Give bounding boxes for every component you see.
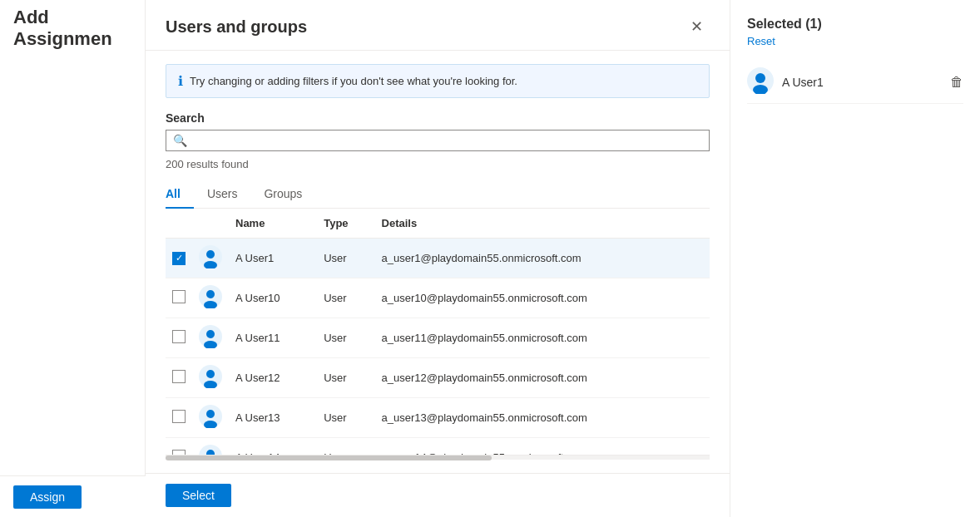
row-checkbox[interactable] <box>172 290 186 303</box>
col-avatar <box>192 209 229 239</box>
filter-tabs: All Users Groups <box>166 180 710 209</box>
user-type: User <box>317 398 374 438</box>
svg-point-7 <box>206 330 215 338</box>
col-header-type: Type <box>317 209 374 239</box>
user-details: a_user14@playdomain55.onmicrosoft.com <box>375 438 710 455</box>
user-avatar <box>199 325 222 351</box>
user-avatar <box>199 405 222 431</box>
user-avatar <box>199 365 222 391</box>
row-checkbox[interactable] <box>172 410 186 423</box>
table-row[interactable]: A User10Usera_user10@playdomain55.onmicr… <box>166 278 710 318</box>
user-details: a_user11@playdomain55.onmicrosoft.com <box>375 318 710 358</box>
row-checkbox[interactable] <box>172 370 186 383</box>
selected-user-avatar <box>747 67 774 96</box>
table-row[interactable]: A User12Usera_user12@playdomain55.onmicr… <box>166 358 710 398</box>
table-row[interactable]: A User13Usera_user13@playdomain55.onmicr… <box>166 398 710 438</box>
users-groups-modal: Users and groups ✕ ℹ Try changing or add… <box>146 0 980 517</box>
col-header-details: Details <box>375 209 710 239</box>
user-details: a_user10@playdomain55.onmicrosoft.com <box>375 278 710 318</box>
user-type: User <box>317 278 374 318</box>
info-icon: ℹ <box>178 73 183 89</box>
selected-user-name: A User1 <box>782 76 942 89</box>
user-name: A User14 <box>229 438 317 455</box>
user-name: A User10 <box>229 278 317 318</box>
selected-header: Selected (1) <box>747 17 963 32</box>
svg-point-13 <box>206 410 215 418</box>
col-header-name: Name <box>229 209 317 239</box>
modal-content-left: Users and groups ✕ ℹ Try changing or add… <box>146 0 730 517</box>
user-name: A User12 <box>229 358 317 398</box>
user-details: a_user1@playdomain55.onmicrosoft.com <box>375 239 710 278</box>
table-row[interactable]: A User11Usera_user11@playdomain55.onmicr… <box>166 318 710 358</box>
user-name: A User13 <box>229 398 317 438</box>
svg-point-4 <box>206 290 215 298</box>
user-name: A User1 <box>229 239 317 278</box>
user-details: a_user12@playdomain55.onmicrosoft.com <box>375 358 710 398</box>
svg-point-1 <box>206 250 215 258</box>
assign-button[interactable]: Assign <box>13 485 82 509</box>
row-checkbox[interactable] <box>172 330 186 343</box>
user-details: a_user13@playdomain55.onmicrosoft.com <box>375 398 710 438</box>
info-banner: ℹ Try changing or adding filters if you … <box>166 64 710 98</box>
search-box[interactable]: 🔍 <box>166 130 710 151</box>
user-type: User <box>317 358 374 398</box>
svg-point-19 <box>755 73 765 83</box>
tab-groups[interactable]: Groups <box>250 180 315 209</box>
search-input[interactable] <box>192 134 702 147</box>
user-name: A User11 <box>229 318 317 358</box>
selected-users-list: A User1 🗑 <box>747 61 963 104</box>
search-label: Search <box>166 111 710 125</box>
modal-footer: Select <box>146 473 730 517</box>
user-avatar <box>199 285 222 311</box>
user-type: User <box>317 438 374 455</box>
info-text: Try changing or adding filters if you do… <box>190 75 517 87</box>
table-row[interactable]: A User1Usera_user1@playdomain55.onmicros… <box>166 239 710 278</box>
reset-link[interactable]: Reset <box>747 35 963 47</box>
tab-users[interactable]: Users <box>194 180 251 209</box>
search-icon: 🔍 <box>173 134 187 147</box>
modal-title: Users and groups <box>166 17 307 37</box>
horizontal-scrollbar[interactable] <box>166 455 710 460</box>
svg-point-10 <box>206 370 215 378</box>
results-count: 200 results found <box>166 158 710 170</box>
scrollbar-thumb[interactable] <box>166 455 492 460</box>
row-checkbox[interactable] <box>172 252 186 265</box>
tab-all[interactable]: All <box>166 180 194 209</box>
modal-close-button[interactable]: ✕ <box>683 13 710 40</box>
user-avatar <box>199 445 222 455</box>
col-checkbox <box>166 209 192 239</box>
selected-user-item: A User1 🗑 <box>747 61 963 104</box>
page-title: Add Assignmen <box>0 0 146 517</box>
users-table-container: Name Type Details A User1Usera_user1@pla… <box>166 209 710 455</box>
users-table: Name Type Details A User1Usera_user1@pla… <box>166 209 710 455</box>
select-button[interactable]: Select <box>166 484 231 507</box>
table-row[interactable]: A User14Usera_user14@playdomain55.onmicr… <box>166 438 710 455</box>
user-avatar <box>199 245 222 271</box>
modal-selected-panel: Selected (1) Reset A User1 🗑 <box>730 0 980 517</box>
user-type: User <box>317 239 374 278</box>
remove-user-button[interactable]: 🗑 <box>950 75 963 90</box>
user-type: User <box>317 318 374 358</box>
